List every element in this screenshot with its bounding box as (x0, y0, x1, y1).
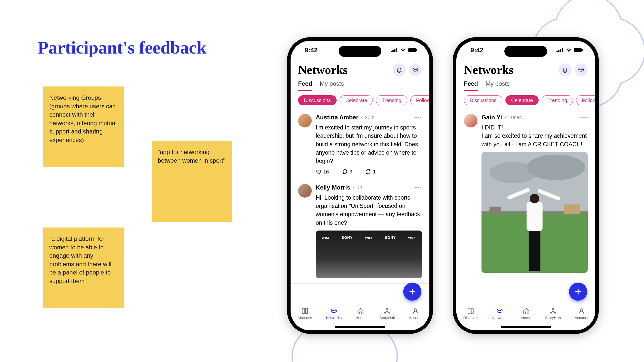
svg-rect-0 (391, 51, 392, 52)
comment-button[interactable]: 3 (342, 169, 352, 175)
sticky-note-3: "a digital platform for women to be able… (43, 228, 124, 308)
create-post-button[interactable] (569, 283, 587, 301)
bell-icon (562, 67, 568, 73)
svg-point-17 (415, 309, 417, 311)
home-indicator[interactable] (335, 326, 385, 328)
phone-mockup-a: 9:42 Networks Feed My posts Discu (287, 37, 433, 334)
screen-title: Networks (298, 63, 348, 77)
nav-home[interactable]: Home (355, 307, 366, 320)
chat-icon (412, 67, 419, 73)
nav-home[interactable]: Home (521, 307, 531, 320)
nav-networks[interactable]: Networks (326, 307, 342, 320)
svg-rect-36 (527, 202, 542, 231)
book-icon (301, 307, 308, 314)
post-author: Gain Yi (481, 114, 502, 121)
phone-notch (339, 46, 381, 57)
svg-point-43 (500, 310, 501, 311)
post-time: 10sec (508, 115, 522, 120)
plus-icon (408, 287, 417, 296)
create-post-button[interactable] (403, 283, 421, 301)
tab-feed[interactable]: Feed (298, 80, 312, 91)
separator-dot: • (504, 115, 506, 120)
svg-rect-35 (529, 228, 540, 271)
nav-label: Home (521, 315, 531, 320)
svg-rect-3 (396, 48, 397, 52)
book-icon (467, 307, 474, 314)
svg-point-30 (527, 155, 585, 180)
sticky-note-1: Networking Groups (groups where users ca… (43, 86, 124, 167)
chip-discussions[interactable]: Discussions (298, 95, 337, 105)
avatar[interactable] (298, 184, 312, 198)
avatar[interactable] (464, 114, 477, 127)
svg-rect-34 (490, 207, 501, 214)
chip-discussions[interactable]: Discussions (464, 95, 502, 105)
nav-discover[interactable]: Discover (463, 307, 478, 320)
svg-rect-19 (558, 50, 559, 52)
post-item[interactable]: Kelly Morris • 1h Hi! Looking to collabo… (291, 180, 429, 284)
post-more-button[interactable] (580, 116, 588, 119)
status-time: 9:42 (305, 46, 318, 54)
nav-label: Networks (492, 315, 508, 320)
like-button[interactable]: 16 (316, 169, 329, 175)
nav-storyhub[interactable]: StoryHub (545, 307, 561, 320)
phone-notch (504, 46, 547, 57)
notifications-button[interactable] (393, 63, 406, 76)
messages-button[interactable] (575, 63, 588, 76)
repost-button[interactable]: 1 (365, 169, 376, 175)
repost-count: 1 (373, 169, 376, 175)
svg-rect-22 (574, 48, 582, 52)
post-text: I'm excited to start my journey in sport… (316, 123, 422, 165)
svg-point-7 (414, 69, 415, 70)
nav-label: Account (575, 315, 588, 320)
signal-icon (391, 48, 398, 52)
separator-dot: • (361, 115, 363, 120)
tab-myposts[interactable]: My posts (486, 80, 510, 91)
post-more-button[interactable] (414, 116, 422, 119)
bell-icon (396, 67, 403, 73)
like-count: 16 (323, 169, 329, 175)
nav-networks[interactable]: Networks (492, 307, 508, 320)
chat-icon (330, 307, 337, 314)
svg-point-42 (499, 310, 500, 311)
chip-following[interactable]: Following (410, 95, 429, 105)
tab-feed[interactable]: Feed (464, 80, 478, 91)
nav-label: Networks (326, 315, 342, 320)
separator-dot: • (353, 185, 354, 190)
tab-myposts[interactable]: My posts (320, 80, 344, 91)
nav-account[interactable]: Account (575, 307, 588, 320)
post-more-button[interactable] (414, 186, 422, 189)
nav-discover[interactable]: Discover (297, 307, 312, 320)
post-text: Hi! Looking to collaborate with sports o… (316, 194, 422, 227)
chip-following[interactable]: Following (576, 95, 595, 105)
avatar[interactable] (298, 114, 312, 127)
heart-icon (316, 169, 321, 174)
post-image[interactable]: wex SONY wex SONY wex (316, 231, 422, 278)
post-time: 20m (365, 115, 375, 120)
post-item[interactable]: Gain Yi • 10sec I DID IT! I am so excite… (456, 110, 595, 278)
home-indicator[interactable] (501, 326, 551, 328)
notifications-button[interactable] (558, 63, 572, 76)
chip-trending[interactable]: Trending (376, 95, 407, 105)
svg-point-44 (552, 308, 554, 310)
chip-celebrate[interactable]: Celebrate (340, 95, 373, 105)
svg-point-26 (581, 69, 581, 70)
wifi-icon (566, 48, 572, 52)
nav-label: Account (409, 315, 422, 320)
svg-point-37 (530, 194, 539, 203)
svg-point-25 (580, 69, 580, 70)
messages-button[interactable] (409, 63, 422, 76)
chip-celebrate[interactable]: Celebrate (505, 95, 539, 105)
user-icon (578, 307, 585, 314)
svg-rect-23 (582, 49, 583, 51)
nav-account[interactable]: Account (409, 307, 422, 320)
post-item[interactable]: Austina Amber • 20m I'm excited to start… (291, 110, 429, 180)
nav-label: Discover (463, 315, 478, 320)
comment-count: 3 (349, 169, 352, 175)
plus-icon (574, 287, 582, 296)
nav-storyhub[interactable]: StoryHub (379, 307, 395, 320)
post-image[interactable] (481, 152, 588, 273)
nav-label: StoryHub (545, 315, 561, 320)
chip-trending[interactable]: Trending (542, 95, 573, 105)
svg-rect-5 (416, 49, 417, 51)
svg-point-41 (498, 310, 499, 311)
